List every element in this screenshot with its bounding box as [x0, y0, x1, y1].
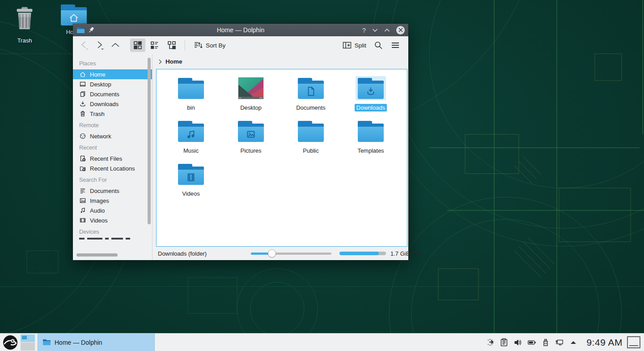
recent-locations-icon — [79, 165, 86, 172]
clipboard-icon[interactable] — [499, 338, 509, 347]
sidebar-group-recent: Recent — [73, 141, 152, 154]
folder-icon — [298, 121, 324, 142]
file-bin[interactable]: bin — [161, 74, 221, 117]
music-emblem-icon — [185, 128, 197, 140]
application-launcher-button[interactable] — [0, 334, 21, 351]
task-button-dolphin[interactable]: Home — Dolphin — [38, 334, 155, 351]
file-pictures[interactable]: Pictures — [221, 117, 281, 160]
dolphin-window: Home — Dolphin ? — [73, 24, 408, 260]
sidebar-group-devices: Devices — [73, 225, 152, 238]
folder-icon — [178, 78, 204, 99]
downloads-icon — [79, 100, 86, 107]
sidebar-group-places: Places — [73, 57, 152, 69]
folder-icon — [238, 121, 264, 142]
split-button[interactable]: Split — [339, 39, 369, 52]
file-documents[interactable]: Documents — [281, 74, 341, 117]
file-videos[interactable]: Videos — [161, 160, 221, 203]
sidebar-item-trash[interactable]: Trash — [73, 109, 152, 119]
desktop-icon — [79, 81, 86, 88]
compact-view-button[interactable] — [147, 39, 162, 52]
sidebar-item-search-documents[interactable]: Documents — [73, 186, 152, 196]
sidebar-item-network[interactable]: Network — [73, 131, 152, 141]
zoom-slider[interactable] — [251, 249, 331, 257]
close-button[interactable] — [396, 26, 405, 34]
main-toolbar: Sort By Split — [73, 36, 408, 54]
updates-icon[interactable] — [485, 338, 495, 347]
folder-icon — [298, 78, 324, 99]
window-folder-icon — [76, 27, 85, 34]
tray-expand-icon[interactable] — [568, 338, 578, 347]
folder-icon — [358, 121, 384, 142]
window-titlebar[interactable]: Home — Dolphin ? — [73, 24, 408, 36]
download-emblem-icon — [365, 86, 377, 97]
search-button[interactable] — [371, 39, 386, 52]
pin-icon[interactable] — [89, 27, 94, 33]
back-button[interactable] — [78, 39, 92, 51]
show-desktop-button[interactable] — [627, 336, 640, 348]
folder-icon — [178, 164, 204, 185]
file-public[interactable]: Public — [281, 117, 341, 160]
desktop-icon-label: Trash — [6, 37, 43, 44]
virtual-desktop-pager[interactable] — [21, 334, 35, 351]
task-folder-icon — [42, 339, 51, 346]
system-tray — [485, 338, 583, 347]
trash-icon — [79, 110, 86, 117]
sidebar-item-desktop[interactable]: Desktop — [73, 79, 152, 89]
folder-view[interactable]: bin Desktop — [156, 69, 407, 247]
breadcrumb-chevron-icon[interactable] — [158, 59, 162, 64]
home-icon — [79, 71, 86, 78]
breadcrumb-home[interactable]: Home — [165, 58, 182, 65]
display-settings-icon[interactable] — [555, 338, 564, 347]
status-selection-text: Downloads (folder) — [158, 250, 242, 257]
search-audio-icon — [79, 207, 86, 214]
sidebar-item-home[interactable]: Home — [73, 69, 152, 79]
documents-icon — [79, 90, 86, 98]
pager-desktop-1[interactable] — [21, 334, 35, 342]
clock[interactable]: 9:49 AM — [586, 337, 623, 348]
sort-by-label: Sort By — [206, 42, 225, 49]
maximize-button[interactable] — [384, 28, 390, 32]
sidebar-item-search-audio[interactable]: Audio — [73, 205, 152, 215]
icons-view-button[interactable] — [130, 39, 145, 52]
places-panel: Places Home Desktop Documents Downloads … — [73, 54, 153, 260]
pager-desktop-2[interactable] — [21, 342, 35, 351]
sidebar-item-recent-locations[interactable]: Recent Locations — [73, 163, 152, 173]
sidebar-vertical-scrollbar[interactable] — [148, 58, 151, 224]
document-emblem-icon — [305, 86, 317, 97]
forward-button[interactable] — [93, 39, 107, 51]
sidebar-item-recent-files[interactable]: Recent Files — [73, 154, 152, 163]
recent-files-icon — [79, 155, 86, 162]
clipped-device-label — [79, 238, 130, 240]
details-view-button[interactable] — [164, 39, 179, 52]
up-button[interactable] — [109, 39, 122, 51]
file-downloads[interactable]: Downloads — [341, 74, 401, 117]
sidebar-item-documents[interactable]: Documents — [73, 89, 152, 99]
help-button[interactable]: ? — [362, 27, 366, 34]
sidebar-horizontal-scrollbar[interactable] — [76, 253, 118, 257]
video-emblem-icon — [185, 171, 197, 183]
desktop-icon-trash[interactable]: Trash — [6, 4, 43, 44]
network-icon — [79, 133, 86, 140]
disk-capacity-bar — [339, 252, 386, 255]
minimize-button[interactable] — [372, 28, 378, 32]
sidebar-item-downloads[interactable]: Downloads — [73, 99, 152, 109]
sidebar-group-remote: Remote — [73, 119, 152, 131]
sidebar-item-search-images[interactable]: Images — [73, 196, 152, 205]
taskbar: Home — Dolphin — [0, 333, 644, 351]
file-templates[interactable]: Templates — [341, 117, 401, 160]
hamburger-menu-button[interactable] — [388, 39, 403, 52]
sort-by-button[interactable]: Sort By — [191, 39, 228, 52]
search-images-icon — [79, 197, 86, 204]
battery-icon[interactable] — [527, 338, 537, 347]
file-desktop[interactable]: Desktop — [221, 74, 281, 117]
file-music[interactable]: Music — [161, 117, 221, 160]
device-notifier-icon[interactable] — [541, 338, 551, 347]
image-emblem-icon — [245, 128, 257, 140]
volume-icon[interactable] — [513, 338, 523, 347]
zoom-slider-handle[interactable] — [268, 249, 276, 257]
sidebar-item-search-videos[interactable]: Videos — [73, 215, 152, 225]
search-documents-icon — [79, 187, 86, 194]
trash-can-icon — [11, 4, 38, 32]
sidebar-item-device-clipped[interactable] — [73, 238, 152, 240]
desktop-screen: { "colors": { "accent": "#3daee9", "titl… — [0, 0, 644, 351]
